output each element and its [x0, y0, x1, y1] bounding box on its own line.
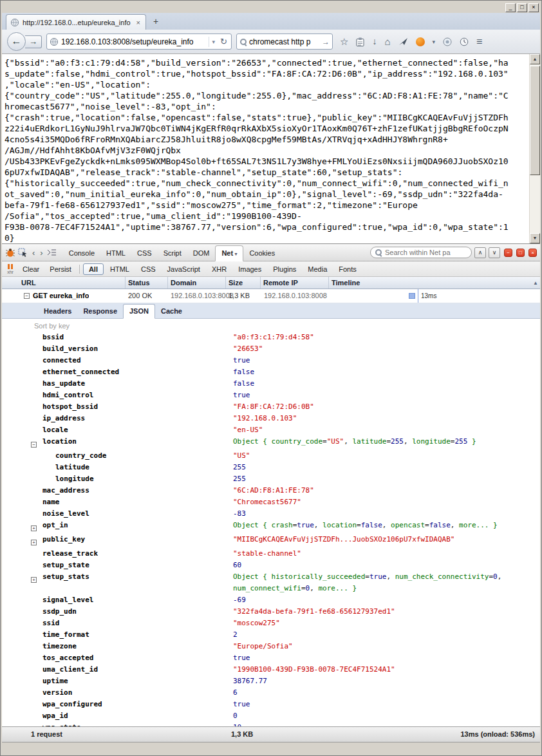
net-column-header-remote-ip[interactable]: Remote IP	[261, 277, 329, 288]
firebug-tab-html[interactable]: HTML	[100, 246, 131, 261]
scroll-up-icon[interactable]: ▲	[530, 54, 540, 64]
addon-orange-icon[interactable]	[416, 37, 425, 46]
firebug-detach-button[interactable]: □	[516, 249, 525, 257]
persist-button[interactable]: Persist	[45, 263, 76, 275]
json-value-part: =	[322, 437, 327, 446]
detail-tab-headers[interactable]: Headers	[38, 305, 77, 318]
detail-tab-cache[interactable]: Cache	[155, 305, 188, 318]
sort-by-key-option[interactable]: Sort by key	[31, 320, 537, 332]
net-filter-images[interactable]: Images	[233, 263, 266, 275]
net-filter-fonts[interactable]: Fonts	[333, 263, 362, 275]
bookmark-star-icon[interactable]: ☆	[340, 37, 348, 46]
send-tab-icon[interactable]	[398, 37, 408, 46]
overflow-caret-icon[interactable]: ▾	[433, 39, 436, 45]
json-value-part: latitude	[352, 437, 386, 446]
break-on-xhr-button[interactable]: xhr	[4, 263, 17, 275]
firebug-tab-net[interactable]: Net ▾	[215, 245, 243, 261]
firebug-tab-dom[interactable]: DOM	[187, 246, 216, 261]
json-key: setup_stats	[42, 571, 233, 594]
reload-icon[interactable]: ↻	[219, 37, 229, 46]
json-value: Object { historically_succeeded=true, nu…	[233, 571, 537, 594]
firebug-tab-script[interactable]: Script	[158, 246, 187, 261]
net-column-header-size[interactable]: Size	[226, 277, 261, 288]
clear-button[interactable]: Clear	[18, 263, 44, 275]
scrollbar-thumb[interactable]	[530, 66, 540, 175]
firebug-tab-cookies[interactable]: Cookies	[243, 246, 281, 261]
search-go-icon[interactable]: →	[322, 37, 330, 46]
expand-toggle-icon[interactable]: +	[31, 540, 37, 545]
xhr-label: xhr	[7, 270, 14, 274]
firebug-search-box[interactable]	[370, 247, 472, 258]
net-filter-html[interactable]: HTML	[105, 263, 135, 275]
request-url[interactable]: GET eureka_info	[33, 289, 89, 303]
downloads-icon[interactable]: ↓	[372, 37, 377, 46]
net-filter-css[interactable]: CSS	[136, 263, 161, 275]
request-domain: 192.168.0.103:8008	[171, 289, 234, 303]
window-maximize-button[interactable]: □	[517, 3, 527, 12]
detail-tab-response[interactable]: Response	[77, 305, 123, 318]
net-filter-javascript[interactable]: JavaScript	[162, 263, 205, 275]
window-minimize-button[interactable]: _	[505, 3, 516, 12]
firebug-back-icon[interactable]: ‹	[31, 248, 36, 258]
detail-tab-json[interactable]: JSON	[123, 304, 155, 319]
firebug-forward-icon[interactable]: ›	[39, 248, 44, 258]
firebug-tab-css[interactable]: CSS	[131, 246, 158, 261]
tab-close-icon[interactable]: ×	[135, 19, 142, 26]
inspect-element-icon[interactable]	[18, 248, 28, 258]
net-column-header-status[interactable]: Status	[126, 277, 168, 288]
collapse-toggle-icon[interactable]: −	[24, 293, 30, 299]
json-value: 2	[233, 629, 537, 641]
toggle-area: +	[31, 520, 42, 534]
json-value: "stable-channel"	[233, 548, 537, 560]
firebug-bug-icon[interactable]	[5, 248, 15, 258]
url-input[interactable]	[61, 37, 206, 46]
expand-toggle-icon[interactable]: +	[31, 525, 37, 531]
site-identity-globe-icon[interactable]	[50, 37, 59, 46]
net-filter-xhr[interactable]: XHR	[207, 263, 232, 275]
clock-addon-icon[interactable]	[460, 37, 469, 46]
raw-response-text: {"bssid":"a0:f3:c1:79:d4:58","build_vers…	[2, 54, 529, 243]
net-filter-plugins[interactable]: Plugins	[268, 263, 301, 275]
json-value-part: 0	[493, 572, 498, 581]
url-dropdown-icon[interactable]: ▾	[209, 37, 217, 47]
vertical-scrollbar[interactable]: ▲ ▼	[529, 54, 540, 243]
browser-tab[interactable]: http://192.168.0...etup/eureka_info ×	[6, 14, 146, 30]
back-button[interactable]: ←	[7, 32, 26, 51]
bookmarks-menu-icon[interactable]	[356, 37, 364, 46]
net-filter-all[interactable]: All	[83, 263, 104, 275]
net-column-header-timeline[interactable]: Timeline	[329, 277, 540, 288]
find-previous-button[interactable]: ∧	[474, 247, 486, 258]
forward-button[interactable]: →	[25, 35, 42, 48]
url-bar[interactable]: ▾ ↻	[46, 33, 232, 50]
json-row-release_track: release_track"stable-channel"	[31, 548, 537, 560]
search-bar[interactable]: →	[236, 33, 333, 50]
panel-list-icon[interactable]	[47, 249, 57, 256]
toggle-area: −	[31, 436, 42, 450]
new-tab-button[interactable]: +	[147, 15, 164, 28]
search-input[interactable]	[249, 37, 320, 46]
raw-json-line: 4cno5s4i35MQDo6fRFroRMnXQAbiarcZJ58Jhlui…	[5, 134, 528, 145]
addon-circle-icon[interactable]	[443, 37, 452, 46]
net-request-row[interactable]: − GET eureka_info 200 OK 192.168.0.103:8…	[2, 289, 540, 303]
json-value-part: true	[297, 521, 314, 529]
json-row-timezone: timezone"Europe/Sofia"	[31, 641, 537, 652]
scroll-down-icon[interactable]: ▼	[530, 233, 540, 243]
app-menu-icon[interactable]: ≡	[476, 37, 482, 46]
firebug-search-input[interactable]	[385, 249, 467, 256]
find-next-button[interactable]: ∨	[489, 247, 500, 258]
net-column-header-url[interactable]: URL	[2, 277, 126, 288]
json-value-part: 60	[233, 561, 241, 569]
net-filter-media[interactable]: Media	[303, 263, 332, 275]
firebug-tab-console[interactable]: Console	[63, 246, 100, 261]
search-engine-icon[interactable]	[239, 38, 247, 46]
home-icon[interactable]: ⌂	[384, 37, 390, 46]
expand-toggle-icon[interactable]: +	[31, 577, 37, 583]
firebug-minimize-button[interactable]: −	[504, 249, 512, 257]
net-column-header-domain[interactable]: Domain	[168, 277, 226, 288]
toggle-area	[31, 462, 42, 473]
json-row-has_update: has_updatefalse	[31, 378, 537, 390]
json-row-tos_accepted: tos_acceptedtrue	[31, 652, 537, 664]
collapse-toggle-icon[interactable]: −	[31, 442, 37, 448]
window-close-button[interactable]: ×	[528, 3, 539, 12]
firebug-close-button[interactable]: ×	[528, 249, 537, 257]
